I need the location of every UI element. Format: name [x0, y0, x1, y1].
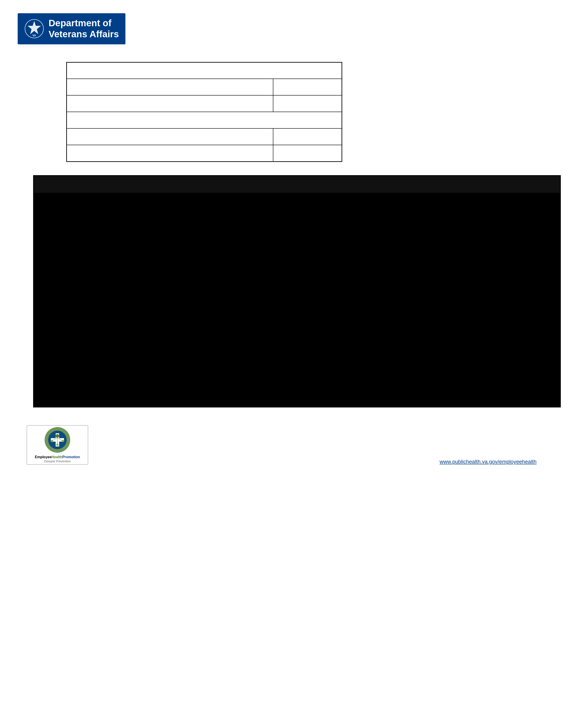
grid-cell-1-8 — [369, 193, 417, 237]
main-grid-section — [33, 175, 561, 407]
grid-cell-1-4 — [177, 193, 225, 237]
grid-cell-4-9 — [417, 286, 465, 310]
form-row-2 — [67, 79, 342, 95]
grid-cell-7-4 — [177, 358, 225, 383]
grid-cell-8-1 — [34, 383, 81, 407]
grid-cell-8-7 — [321, 383, 369, 407]
grid-cell-1-9 — [417, 193, 465, 237]
grid-cell-3-4 — [177, 261, 225, 286]
form-row-4 — [67, 112, 342, 128]
grid-cell-3-11 — [513, 261, 561, 286]
grid-cell-4-11 — [513, 286, 561, 310]
grid-cell-4-5 — [225, 286, 273, 310]
grid-cell-6-11 — [513, 334, 561, 358]
grid-cell-5-1 — [34, 310, 81, 334]
form-cell-main-2 — [67, 79, 273, 95]
grid-cell-4-1 — [34, 286, 81, 310]
grid-cell-5-4 — [177, 310, 225, 334]
page-footer: EmployeeHealthPromotion Disease Preventi… — [18, 425, 545, 465]
grid-cell-2-3 — [129, 237, 177, 261]
grid-cell-7-6 — [273, 358, 321, 383]
grid-cell-1-11 — [513, 193, 561, 237]
grid-cell-2-11 — [513, 237, 561, 261]
grid-cell-2-10 — [465, 237, 513, 261]
grid-cell-2-4 — [177, 237, 225, 261]
info-form-table — [66, 62, 342, 162]
grid-row-6 — [34, 334, 561, 358]
grid-cell-2-2 — [81, 237, 129, 261]
grid-cell-5-5 — [225, 310, 273, 334]
grid-row-3 — [34, 261, 561, 286]
main-grid-table — [33, 175, 561, 407]
grid-header-cell — [34, 175, 561, 193]
grid-cell-4-10 — [465, 286, 513, 310]
grid-cell-3-10 — [465, 261, 513, 286]
grid-cell-8-3 — [129, 383, 177, 407]
form-cell-main-5 — [67, 128, 273, 145]
grid-cell-2-9 — [417, 237, 465, 261]
grid-cell-4-4 — [177, 286, 225, 310]
grid-cell-5-7 — [321, 310, 369, 334]
grid-cell-7-10 — [465, 358, 513, 383]
grid-row-5 — [34, 310, 561, 334]
grid-cell-7-11 — [513, 358, 561, 383]
grid-cell-2-6 — [273, 237, 321, 261]
grid-cell-6-3 — [129, 334, 177, 358]
form-row-3 — [67, 95, 342, 112]
grid-cell-3-9 — [417, 261, 465, 286]
grid-cell-5-9 — [417, 310, 465, 334]
grid-cell-6-7 — [321, 334, 369, 358]
grid-cell-5-11 — [513, 310, 561, 334]
grid-cell-1-1 — [34, 193, 81, 237]
grid-row-2 — [34, 237, 561, 261]
grid-cell-8-10 — [465, 383, 513, 407]
grid-cell-6-8 — [369, 334, 417, 358]
grid-cell-7-3 — [129, 358, 177, 383]
grid-row-7 — [34, 358, 561, 383]
grid-cell-1-5 — [225, 193, 273, 237]
grid-cell-8-2 — [81, 383, 129, 407]
grid-cell-8-11 — [513, 383, 561, 407]
website-link[interactable]: www.publichealth.va.gov/employeehealth — [440, 459, 537, 465]
grid-cell-4-8 — [369, 286, 417, 310]
grid-cell-7-8 — [369, 358, 417, 383]
grid-cell-5-2 — [81, 310, 129, 334]
grid-cell-6-10 — [465, 334, 513, 358]
ehp-logo-icon — [44, 427, 71, 453]
grid-cell-3-7 — [321, 261, 369, 286]
grid-cell-7-7 — [321, 358, 369, 383]
grid-cell-3-1 — [34, 261, 81, 286]
grid-header-row — [34, 175, 561, 193]
grid-cell-3-2 — [81, 261, 129, 286]
form-cell-main-3 — [67, 95, 273, 112]
grid-cell-6-6 — [273, 334, 321, 358]
grid-cell-6-5 — [225, 334, 273, 358]
ehp-logo-text: EmployeeHealthPromotion Disease Preventi… — [35, 455, 80, 463]
form-section — [66, 62, 342, 162]
grid-cell-4-2 — [81, 286, 129, 310]
grid-cell-5-3 — [129, 310, 177, 334]
form-row-6 — [67, 145, 342, 161]
grid-cell-1-7 — [321, 193, 369, 237]
grid-cell-8-6 — [273, 383, 321, 407]
grid-cell-6-9 — [417, 334, 465, 358]
grid-cell-7-9 — [417, 358, 465, 383]
svg-point-7 — [56, 434, 59, 438]
page-header: VA Department of Veterans Affairs — [18, 13, 545, 44]
grid-cell-2-1 — [34, 237, 81, 261]
grid-cell-2-5 — [225, 237, 273, 261]
grid-cell-1-2 — [81, 193, 129, 237]
grid-cell-8-5 — [225, 383, 273, 407]
grid-cell-8-4 — [177, 383, 225, 407]
va-logo-container: VA Department of Veterans Affairs — [18, 13, 125, 44]
svg-text:VA: VA — [32, 34, 36, 37]
grid-cell-6-4 — [177, 334, 225, 358]
grid-row-4 — [34, 286, 561, 310]
ehp-logo-container: EmployeeHealthPromotion Disease Preventi… — [26, 425, 88, 465]
grid-cell-6-1 — [34, 334, 81, 358]
grid-cell-3-6 — [273, 261, 321, 286]
grid-cell-2-7 — [321, 237, 369, 261]
form-row-5 — [67, 128, 342, 145]
grid-row-1 — [34, 193, 561, 237]
grid-cell-7-1 — [34, 358, 81, 383]
